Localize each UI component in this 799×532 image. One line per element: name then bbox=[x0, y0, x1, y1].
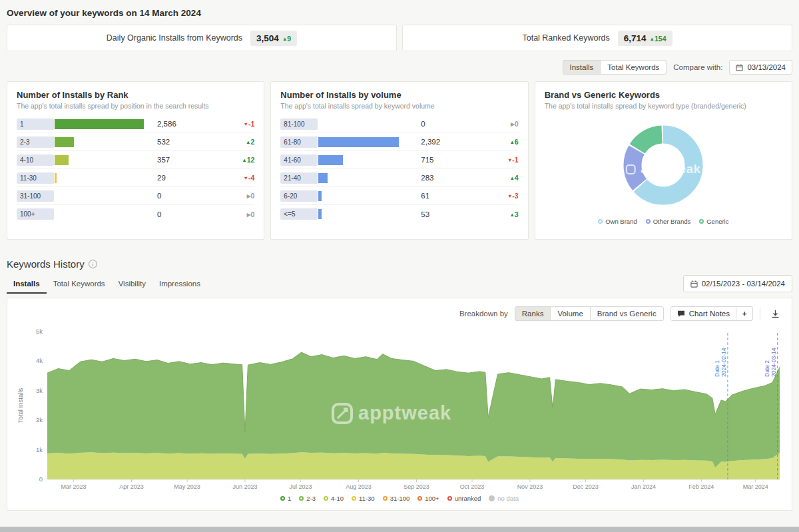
donut-legend-other-brands[interactable]: Other Brands bbox=[646, 218, 691, 225]
range-chip: 11-30 bbox=[17, 172, 54, 184]
bar-track bbox=[55, 137, 148, 147]
chart-notes-button[interactable]: Chart Notes bbox=[670, 306, 736, 321]
svg-text:Feb 2024: Feb 2024 bbox=[688, 483, 714, 490]
row-value: 0 bbox=[148, 192, 225, 200]
brand-donut-chart[interactable] bbox=[613, 115, 713, 215]
svg-text:2k: 2k bbox=[36, 416, 43, 423]
distribution-bar bbox=[318, 173, 328, 183]
keywords-history-chart[interactable]: 01k2k3k4k5kMar 2023Apr 2023May 2023Jun 2… bbox=[15, 324, 785, 494]
row-value: 357 bbox=[148, 156, 225, 164]
chart-legend-unranked[interactable]: unranked bbox=[447, 495, 481, 502]
date-range-picker[interactable]: 02/15/2023 - 03/14/2024 bbox=[683, 275, 792, 292]
range-chip: 4-10 bbox=[17, 154, 54, 166]
breakdown-toggle: RanksVolumeBrand vs Generic bbox=[515, 306, 664, 321]
svg-text:Jun 2023: Jun 2023 bbox=[232, 483, 257, 490]
legend-marker-icon bbox=[299, 496, 304, 501]
range-chip: 2-3 bbox=[17, 136, 54, 148]
none-arrow-icon: ▶ bbox=[247, 193, 251, 199]
view-toggle-total-keywords[interactable]: Total Keywords bbox=[600, 60, 666, 75]
chart-legend-1[interactable]: 1 bbox=[280, 495, 291, 502]
row-delta: ▲6 bbox=[489, 138, 519, 146]
rank-row-2-3: 2-3532▲2 bbox=[17, 133, 254, 151]
row-value: 2,392 bbox=[411, 138, 489, 146]
svg-text:Date 1: Date 1 bbox=[714, 360, 720, 377]
stat-label: Total Ranked Keywords bbox=[522, 33, 609, 43]
row-value: 53 bbox=[411, 210, 489, 218]
range-chip: 81-100 bbox=[280, 119, 318, 130]
bar-track bbox=[55, 209, 148, 219]
info-icon[interactable]: i bbox=[89, 260, 97, 268]
svg-text:Apr 2023: Apr 2023 bbox=[119, 483, 144, 490]
row-delta: ▲12 bbox=[225, 156, 254, 164]
donut-legend-generic[interactable]: Generic bbox=[699, 218, 728, 225]
section-title-text: Keywords History bbox=[7, 258, 85, 270]
chart-legend: 12-34-1011-3031-100100+unrankedno data bbox=[15, 495, 784, 502]
svg-text:Total Installs: Total Installs bbox=[17, 388, 24, 423]
rank-distribution-list: 12,586▼-12-3532▲24-10357▲1211-3029▼-431-… bbox=[17, 115, 254, 223]
range-chip: 41-60 bbox=[280, 154, 318, 166]
bar-track bbox=[55, 119, 148, 129]
volume-distribution-list: 81-1000▶061-802,392▲641-60715▼-121-40283… bbox=[280, 115, 518, 223]
chart-legend-31-100[interactable]: 31-100 bbox=[383, 495, 410, 502]
bar-track bbox=[318, 191, 411, 201]
svg-text:Oct 2023: Oct 2023 bbox=[460, 483, 485, 490]
legend-marker-icon bbox=[417, 496, 422, 501]
brand-donut-legend: Own BrandOther BrandsGeneric bbox=[545, 218, 782, 225]
volume-row-81-100: 81-1000▶0 bbox=[280, 115, 518, 133]
add-chart-note-button[interactable]: + bbox=[736, 306, 753, 321]
tab-visibility[interactable]: Visibility bbox=[112, 274, 152, 294]
svg-text:4k: 4k bbox=[36, 357, 43, 364]
svg-text:Mar 2024: Mar 2024 bbox=[743, 483, 768, 490]
tab-impressions[interactable]: Impressions bbox=[152, 274, 207, 294]
compare-date-picker[interactable]: 03/13/2024 bbox=[729, 60, 792, 75]
volume-row-61-80: 61-802,392▲6 bbox=[280, 133, 518, 151]
breakdown-by-label: Breakdown by bbox=[459, 310, 508, 318]
bar-track bbox=[55, 173, 148, 183]
breakdown-volume[interactable]: Volume bbox=[550, 306, 590, 321]
volume-row-21-40: 21-40283▲4 bbox=[280, 169, 518, 187]
legend-marker-icon bbox=[489, 495, 495, 501]
tab-installs[interactable]: Installs bbox=[7, 274, 47, 294]
tab-total-keywords[interactable]: Total Keywords bbox=[47, 274, 112, 294]
download-icon bbox=[771, 310, 780, 318]
divider bbox=[760, 308, 760, 320]
down-arrow-icon: ▼ bbox=[244, 175, 248, 181]
svg-text:May 2023: May 2023 bbox=[174, 483, 200, 490]
chart-legend-2-3[interactable]: 2-3 bbox=[299, 495, 316, 502]
breakdown-brand-vs-generic[interactable]: Brand vs Generic bbox=[590, 306, 664, 321]
distribution-bar bbox=[318, 191, 321, 201]
svg-text:Sep 2023: Sep 2023 bbox=[403, 483, 429, 490]
svg-text:Dec 2023: Dec 2023 bbox=[573, 483, 599, 490]
keywords-history-chart-card: Breakdown by RanksVolumeBrand vs Generic… bbox=[7, 298, 792, 511]
card-subtitle: The app's total installs spread by keywo… bbox=[280, 102, 518, 110]
up-arrow-icon: ▲ bbox=[246, 139, 250, 145]
legend-marker-icon bbox=[280, 496, 285, 501]
legend-marker-icon bbox=[447, 496, 452, 501]
chart-legend-4-10[interactable]: 4-10 bbox=[324, 495, 344, 502]
row-value: 715 bbox=[411, 156, 489, 164]
page-title-date: 14 March 2024 bbox=[140, 8, 201, 18]
brand-donut-wrap: apptweak bbox=[545, 115, 782, 215]
distribution-bar bbox=[318, 137, 398, 147]
svg-text:Nov 2023: Nov 2023 bbox=[517, 483, 543, 490]
svg-text:Jul 2023: Jul 2023 bbox=[290, 483, 312, 490]
legend-marker-icon bbox=[324, 496, 328, 501]
view-toggle-installs[interactable]: Installs bbox=[563, 60, 601, 75]
breakdown-ranks[interactable]: Ranks bbox=[515, 306, 551, 321]
chart-legend-11-30[interactable]: 11-30 bbox=[352, 495, 375, 502]
bar-track bbox=[318, 173, 411, 183]
up-arrow-icon: ▲ bbox=[242, 157, 246, 163]
down-arrow-icon: ▼ bbox=[507, 193, 512, 199]
distribution-bar bbox=[55, 119, 144, 129]
donut-legend-own-brand[interactable]: Own Brand bbox=[598, 218, 637, 225]
row-value: 2,586 bbox=[148, 120, 225, 128]
row-delta: ▼-4 bbox=[225, 174, 254, 182]
svg-text:2024-02-14: 2024-02-14 bbox=[720, 348, 727, 377]
download-chart-button[interactable] bbox=[767, 307, 784, 321]
chart-legend-100[interactable]: 100+ bbox=[417, 495, 439, 502]
stat-value-badge: 3,504 ▲9 bbox=[250, 31, 297, 46]
legend-ring-icon bbox=[646, 219, 651, 224]
chart-legend-no-data[interactable]: no data bbox=[489, 495, 519, 502]
up-arrow-icon: ▲ bbox=[509, 139, 514, 145]
down-arrow-icon: ▼ bbox=[244, 121, 248, 127]
